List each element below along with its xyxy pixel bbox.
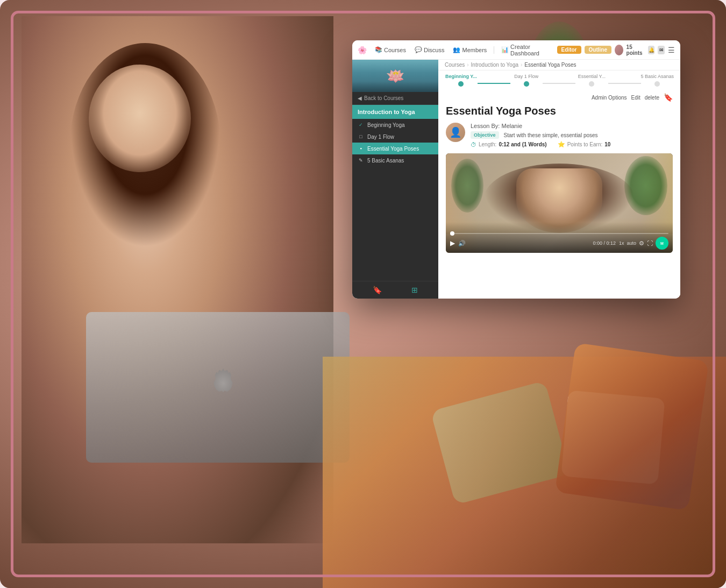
step-4-label: 5 Basic Asanas (641, 74, 674, 79)
admin-options-btn[interactable]: Admin Options (592, 95, 627, 101)
step-3-label: Essential Y... (578, 74, 606, 79)
step-2-label: Day 1 Flow (514, 74, 538, 79)
speed-control[interactable]: 1x (619, 240, 624, 246)
progress-line-2 (543, 83, 575, 84)
breadcrumb: Courses › Introduction to Yoga › Essenti… (438, 60, 680, 70)
main-content: 🪷 ◀ Back to Courses Introduction to Yoga… (352, 60, 680, 299)
lesson-stats: ⏱ Length: 0:12 and (1 Words) ⭐ Points to… (471, 141, 673, 148)
water-lily-image: 🪷 (386, 67, 405, 85)
step-4-dot (654, 81, 660, 87)
instructor-name: Lesson By: Melanie (471, 123, 673, 129)
sidebar-footer: 🔖 ⊞ (352, 281, 438, 299)
breadcrumb-course[interactable]: Introduction to Yoga (471, 62, 518, 68)
doc-active-icon: ▪ (358, 145, 364, 152)
lesson-meta: 👤 Lesson By: Melanie Objective Start wit… (446, 123, 673, 148)
length-value: 0:12 and (1 Words) (499, 141, 546, 147)
nav-courses[interactable]: 📚 Courses (372, 45, 409, 54)
points-stat: ⭐ Points to Earn: 10 (558, 141, 611, 148)
sidebar-item-essential[interactable]: ▪ Essential Yoga Poses (352, 143, 438, 154)
progress-step-1[interactable]: Beginning Y... (445, 74, 478, 87)
step-3-dot (589, 81, 594, 87)
points-value: 10 (604, 141, 610, 147)
nav-discuss[interactable]: 💬 Discuss (412, 45, 447, 54)
nav-divider (494, 46, 494, 54)
progress-line-3 (608, 83, 641, 84)
objective-badge: Objective (471, 131, 499, 139)
right-panel: Courses › Introduction to Yoga › Essenti… (438, 60, 680, 299)
sidebar-item-basic[interactable]: ✎ 5 Basic Asanas (352, 154, 438, 166)
back-to-courses[interactable]: ◀ Back to Courses (352, 92, 438, 105)
video-controls: ▶ 🔊 0:00 / 0:12 1x auto ⚙ ⛶ M (446, 222, 673, 253)
user-avatar[interactable] (615, 45, 623, 55)
back-arrow-icon: ◀ (358, 95, 362, 101)
chart-icon: 📊 (501, 46, 509, 53)
clock-icon: ⏱ (471, 141, 476, 148)
progress-wrapper: Beginning Y... Day 1 Flow Essential Y... (438, 70, 680, 87)
progress-step-3[interactable]: Essential Y... (575, 74, 608, 87)
nav-logo[interactable]: 🌸 (358, 45, 367, 55)
doc-icon: □ (358, 133, 364, 140)
message-icon[interactable]: ✉ (658, 46, 665, 54)
face-area (89, 65, 191, 172)
step-1-dot (458, 81, 464, 87)
settings-button[interactable]: ⚙ (639, 240, 644, 247)
points-display: 15 points (627, 44, 645, 56)
video-progress-bar[interactable] (450, 233, 668, 234)
video-plant-left (451, 159, 483, 212)
lesson-content: Admin Options Edit delete 🔖 Essential Yo… (438, 87, 680, 299)
sidebar-item-beginning[interactable]: ✓ Beginning Yoga (352, 119, 438, 131)
outline-button[interactable]: Outline (585, 46, 611, 54)
objective-row: Objective Start with these simple, essen… (471, 131, 673, 139)
pillow-3 (555, 343, 709, 511)
notification-icon[interactable]: 🔔 (648, 46, 655, 54)
step-1-label: Beginning Y... (445, 74, 477, 79)
progress-step-4[interactable]: 5 Basic Asanas (641, 74, 674, 87)
objective-text: Start with these simple, essential poses (504, 132, 598, 138)
star-icon: ⭐ (558, 141, 565, 148)
grid-footer-icon[interactable]: ⊞ (411, 286, 418, 294)
members-icon: 👥 (453, 46, 460, 53)
video-player: ▶ 🔊 0:00 / 0:12 1x auto ⚙ ⛶ M (446, 153, 673, 253)
video-progress-dot (450, 231, 454, 236)
lesson-bookmark-icon[interactable]: 🔖 (664, 93, 673, 102)
breadcrumb-sep-2: › (521, 62, 522, 68)
time-display: 0:00 / 0:12 (593, 240, 616, 246)
lesson-info: Lesson By: Melanie Objective Start with … (471, 123, 673, 148)
quality-control[interactable]: auto (627, 240, 636, 246)
nav-bar: 🌸 📚 Courses 💬 Discuss 👥 Members 📊 Creato… (352, 40, 680, 60)
length-label: Length: (479, 141, 496, 147)
step-2-dot (524, 81, 529, 87)
progress-steps: Beginning Y... Day 1 Flow Essential Y... (445, 74, 674, 87)
discuss-icon: 💬 (415, 46, 422, 53)
edit-btn[interactable]: Edit (631, 95, 640, 101)
video-controls-row: ▶ 🔊 0:00 / 0:12 1x auto ⚙ ⛶ M (450, 237, 668, 250)
breadcrumb-sep-1: › (467, 62, 468, 68)
admin-options-bar: Admin Options Edit delete 🔖 (446, 93, 673, 102)
fullscreen-button[interactable]: ⛶ (647, 240, 653, 246)
breadcrumb-lesson: Essential Yoga Poses (524, 62, 576, 68)
progress-line-1 (478, 83, 510, 84)
breadcrumb-courses[interactable]: Courses (445, 62, 465, 68)
sidebar-course-title: Introduction to Yoga (352, 105, 438, 119)
instructor-avatar: 👤 (446, 123, 465, 142)
nav-creator-dashboard[interactable]: 📊 Creator Dashboard (499, 42, 551, 58)
mux-logo: M (656, 237, 668, 250)
courses-icon: 📚 (375, 46, 382, 53)
length-stat: ⏱ Length: 0:12 and (1 Words) (471, 141, 547, 148)
sidebar-header-image: 🪷 (352, 60, 438, 92)
browser-window: 🌸 📚 Courses 💬 Discuss 👥 Members 📊 Creato… (352, 40, 680, 299)
nav-members[interactable]: 👥 Members (450, 45, 489, 54)
delete-btn[interactable]: delete (645, 95, 659, 101)
points-label: Points to Earn: (567, 141, 603, 147)
hamburger-menu[interactable]: ☰ (668, 46, 675, 54)
bookmark-footer-icon[interactable]: 🔖 (373, 286, 382, 294)
sidebar: 🪷 ◀ Back to Courses Introduction to Yoga… (352, 60, 438, 299)
progress-step-2[interactable]: Day 1 Flow (510, 74, 543, 87)
editor-button[interactable]: Editor (557, 46, 581, 54)
volume-button[interactable]: 🔊 (458, 240, 466, 247)
lesson-title: Essential Yoga Poses (446, 105, 673, 117)
play-button[interactable]: ▶ (450, 239, 455, 247)
pencil-icon: ✎ (358, 157, 364, 164)
sidebar-item-day1[interactable]: □ Day 1 Flow (352, 131, 438, 143)
video-right-controls: 1x auto ⚙ ⛶ M (619, 237, 668, 250)
